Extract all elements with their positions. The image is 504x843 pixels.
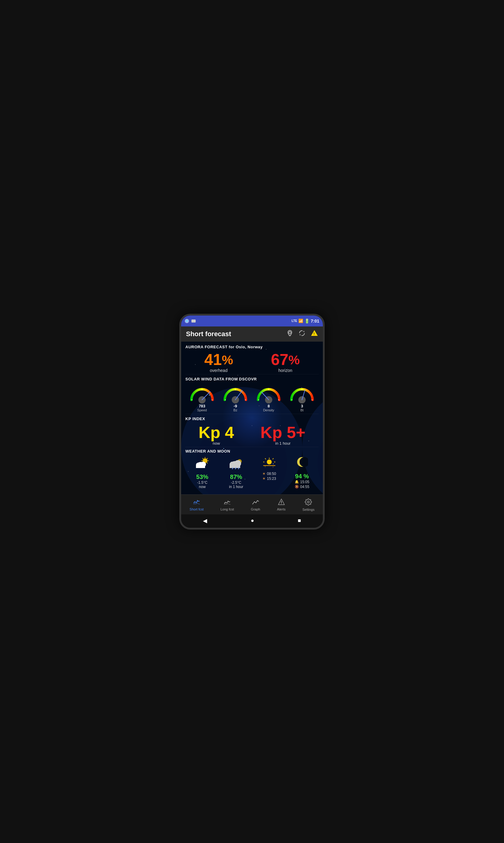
kp-header: KP INDEX [185,417,319,421]
overhead-value: 41 [204,352,222,367]
device-frame: LTE 📶 🔋 7:01 Short forecast [179,314,325,530]
aurora-horizon: 67 % horizon [271,352,300,373]
kp-hour: Kp 5+ in 1 hour [260,424,306,445]
weather-percent-2: 87% [230,473,242,480]
nav-graph[interactable]: Graph [248,497,263,512]
kp-hour-value: Kp 5+ [260,424,306,440]
sunset-time: 15:23 [267,476,276,481]
sun-time-list: ☀ 08:50 ☀ 15:23 [262,472,276,481]
gauge-bz: -9 Bz [222,383,249,412]
weather-moon-section: WEATHER AND MOON [185,449,319,489]
weather-temp-1: -1.5°C [197,480,208,485]
weather-sub-2: in 1 hour [229,485,243,489]
back-button[interactable]: ◀ [203,517,207,524]
refresh-icon[interactable] [299,330,305,338]
svg-point-1 [288,335,291,336]
moon-time-list: 🔔 15:05 🔕 04:55 [295,480,309,489]
weather-item-1: 53% -1.5°C now [195,456,210,489]
home-button[interactable]: ● [251,517,254,524]
svg-point-43 [267,459,272,464]
kp-row: Kp 4 now Kp 5+ in 1 hour [185,424,319,445]
nav-long-fcst[interactable]: Long fcst [217,497,237,512]
svg-line-47 [273,458,273,459]
nav-long-fcst-icon [223,499,231,507]
nav-alerts-label: Alerts [277,507,286,511]
svg-line-9 [235,390,242,400]
overhead-sign: % [222,353,233,367]
recent-button[interactable]: ■ [298,517,301,524]
weather-sub-1: now [199,485,206,489]
svg-text:↓: ↓ [272,465,274,468]
nav-graph-icon [252,499,259,507]
solar-wind-section: SOLAR WIND DATA FROM DSCOVR [185,377,319,412]
gauge-bz-label: Bz [222,408,249,412]
overhead-label: overhead [204,368,233,373]
weather-temp-2: -2.5°C [231,480,241,485]
gauge-bt-svg [288,383,316,402]
nav-graph-label: Graph [251,507,260,511]
gauge-bz-svg [222,383,249,402]
lte-badge: LTE [292,319,297,322]
kp-hour-sub: in 1 hour [260,441,306,445]
bottom-nav: Short fcst Long fcst Graph [181,494,323,514]
kp-index-section: KP INDEX Kp 4 now Kp 5+ in 1 hour [185,417,319,445]
moonset-row: 🔕 04:55 [295,485,309,489]
aurora-overhead: 41 % overhead [204,352,233,373]
svg-line-28 [202,458,203,459]
nav-settings-label: Settings [302,508,314,511]
gauge-density-label: Density [255,408,282,412]
horizon-value: 67 [271,352,288,367]
svg-text:!: ! [313,332,314,336]
svg-rect-39 [230,464,240,468]
gauge-bt: 3 Bt [288,383,316,412]
nav-settings[interactable]: Settings [299,497,318,513]
weather-icon-2 [229,456,244,472]
kp-now-value: Kp 4 [199,424,234,440]
aurora-row: 41 % overhead 67 % horizon [185,352,319,373]
gauge-speed: 783 Speed [188,383,216,412]
svg-rect-34 [196,465,205,468]
sunset-icon: ☀ [262,476,266,481]
svg-line-14 [262,392,269,400]
sim-icon [192,319,196,322]
main-content: AURORA FORECAST for Oslo, Norway 41 % ov… [181,341,323,494]
nav-alerts[interactable]: Alerts [274,497,289,512]
nav-alerts-icon [278,499,285,507]
moonset-time: 04:55 [300,485,309,489]
moonrise-time: 15:05 [300,480,309,484]
sun-times: ↑ ↓ ☀ 08:50 ☀ 15: [262,456,276,481]
moon-percent: 94 % [295,473,309,480]
warning-icon[interactable]: ! [311,330,318,339]
clock: 7:01 [311,319,319,323]
nav-short-fcst[interactable]: Short fcst [186,497,206,512]
android-nav: ◀ ● ■ [181,514,323,528]
svg-point-55 [281,504,282,504]
kp-now: Kp 4 now [199,424,234,445]
svg-line-4 [202,392,210,400]
moon-icon [296,456,308,471]
gauge-density-value: 8 [255,404,282,408]
moonrise-row: 🔔 15:05 [295,480,309,484]
svg-line-30 [207,458,208,459]
weather-icon-1 [195,456,210,472]
wifi-icon [185,319,189,323]
location-icon[interactable] [287,330,293,338]
app-bar-icons: ! [287,330,318,339]
sunset-row: ☀ 15:23 [262,476,276,481]
gauge-speed-label: Speed [188,408,216,412]
signal-icon: 📶 [298,319,303,323]
weather-header: WEATHER AND MOON [185,449,319,454]
sunrise-row: ☀ 08:50 [262,472,276,476]
status-left-icons [185,319,196,323]
aurora-header: AURORA FORECAST for Oslo, Norway [185,345,319,349]
nav-settings-icon [305,498,312,507]
gauges-row: 783 Speed [185,383,319,412]
svg-line-29 [207,462,208,463]
nav-long-fcst-label: Long fcst [220,507,234,511]
gauge-density: 8 Density [255,383,282,412]
svg-point-0 [289,331,291,333]
svg-line-46 [265,458,266,459]
svg-point-56 [307,501,309,503]
kp-now-sub: now [199,441,234,445]
status-right-icons: LTE 📶 🔋 7:01 [292,319,319,323]
